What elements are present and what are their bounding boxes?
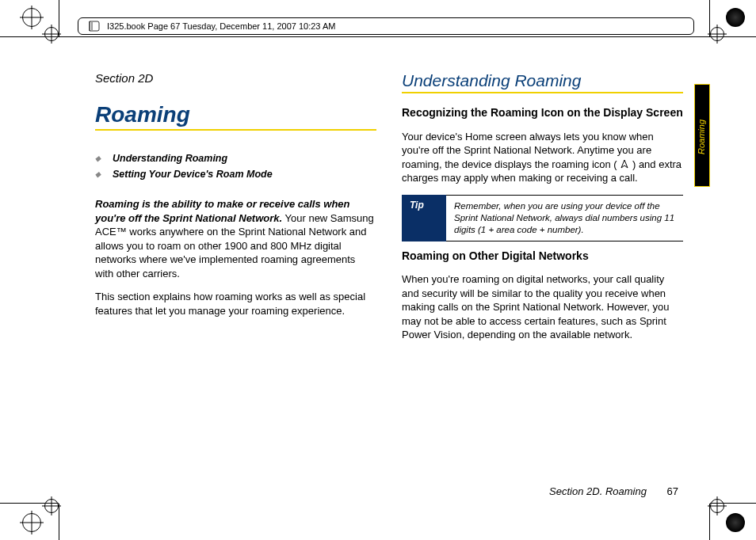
registration-mark-icon bbox=[22, 513, 41, 532]
registration-mark-icon bbox=[44, 499, 59, 513]
registration-mark-icon bbox=[22, 8, 41, 27]
registration-mark-icon bbox=[44, 27, 59, 41]
tip-label: Tip bbox=[402, 195, 446, 241]
toc-item: ◆ Understanding Roaming bbox=[95, 153, 376, 164]
registration-mark-icon bbox=[710, 499, 724, 513]
heading-underline bbox=[402, 92, 683, 93]
diamond-bullet-icon: ◆ bbox=[95, 154, 103, 162]
header-text: I325.book Page 67 Tuesday, December 11, … bbox=[107, 21, 335, 31]
footer: Section 2D. Roaming 67 bbox=[549, 485, 678, 497]
color-swatch-icon bbox=[726, 8, 745, 27]
footer-page: 67 bbox=[667, 485, 678, 497]
subheading: Roaming on Other Digital Networks bbox=[402, 249, 683, 264]
page-body: Section 2D Roaming ◆ Understanding Roami… bbox=[95, 71, 683, 485]
roaming-icon bbox=[620, 159, 629, 169]
registration-mark-icon bbox=[710, 27, 724, 41]
crop-mark bbox=[59, 504, 59, 540]
toc-text: Understanding Roaming bbox=[113, 153, 227, 164]
body-paragraph: When you're roaming on digital networks,… bbox=[402, 272, 683, 342]
tip-text: Remember, when you are using your device… bbox=[446, 195, 683, 241]
side-tab-label: Roaming bbox=[697, 120, 706, 154]
body-paragraph: Your device's Home screen always lets yo… bbox=[402, 130, 683, 185]
subheading: Recognizing the Roaming Icon on the Disp… bbox=[402, 106, 683, 120]
book-icon bbox=[88, 20, 101, 32]
toc-text: Setting Your Device's Roam Mode bbox=[113, 169, 273, 180]
body-paragraph: This section explains how roaming works … bbox=[95, 290, 376, 318]
section-heading: Understanding Roaming bbox=[402, 71, 683, 90]
crop-line-top bbox=[59, 36, 710, 37]
toc-item: ◆ Setting Your Device's Roam Mode bbox=[95, 169, 376, 180]
p1a: Your device's Home screen always lets yo… bbox=[402, 131, 654, 170]
crop-mark bbox=[709, 504, 710, 540]
diamond-bullet-icon: ◆ bbox=[95, 170, 103, 178]
page-title: Roaming bbox=[95, 102, 376, 127]
left-column: Section 2D Roaming ◆ Understanding Roami… bbox=[95, 71, 376, 485]
section-label: Section 2D bbox=[95, 71, 376, 85]
header-book-info: I325.book Page 67 Tuesday, December 11, … bbox=[78, 17, 694, 35]
side-tab: Roaming bbox=[694, 84, 710, 187]
title-underline bbox=[95, 129, 376, 131]
tip-box: Tip Remember, when you are using your de… bbox=[402, 195, 683, 241]
color-swatch-icon bbox=[726, 513, 745, 532]
lead-paragraph: Roaming is the ability to make or receiv… bbox=[95, 197, 376, 280]
footer-section: Section 2D. Roaming bbox=[549, 485, 647, 497]
crop-mark bbox=[59, 0, 59, 36]
right-column: Understanding Roaming Recognizing the Ro… bbox=[402, 71, 683, 485]
